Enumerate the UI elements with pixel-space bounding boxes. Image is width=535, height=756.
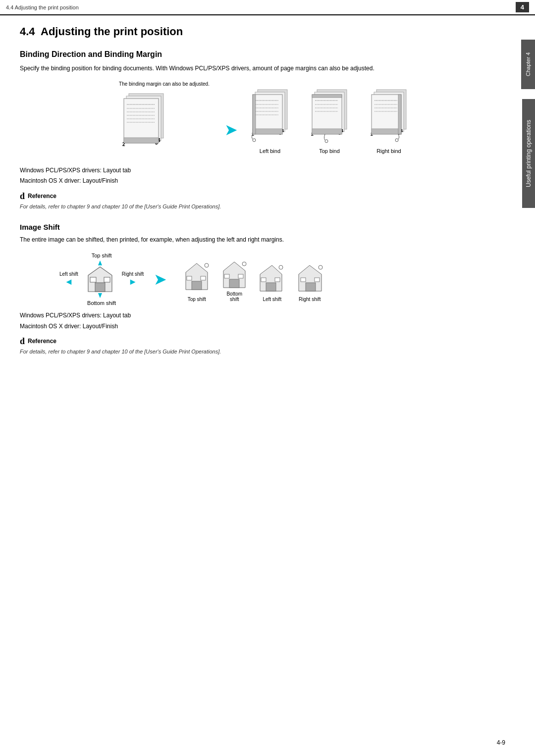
right-bind-svg: 4 3 2 — [367, 86, 411, 145]
right-shift-label-main: Right shift — [122, 271, 144, 277]
top-bar-section: 4.4 Adjusting the print position — [6, 4, 79, 10]
left-bind-label: Left bind — [260, 148, 280, 154]
bottom-shift-variant-label: Bottomshift — [226, 291, 242, 302]
right-bind-item: 4 3 2 Right bind — [367, 86, 411, 154]
page-number: 4-9 — [497, 739, 505, 746]
svg-rect-70 — [266, 283, 276, 291]
svg-rect-56 — [95, 283, 105, 292]
svg-rect-60 — [192, 281, 202, 290]
binding-driver-note1: Windows PCL/PS/XPS drivers: Layout tab — [20, 166, 505, 175]
svg-point-68 — [242, 262, 246, 266]
svg-marker-54 — [98, 293, 102, 298]
side-tab: Useful printing operations — [522, 99, 535, 208]
left-bind-stack-main: 4 3 2 — [114, 89, 173, 158]
top-shift-label: Top shift — [92, 252, 112, 258]
left-shift-item: Left shift — [257, 262, 287, 302]
section-title: 4.4 Adjusting the print position — [20, 25, 505, 40]
svg-rect-72 — [275, 278, 280, 282]
left-bind-svg: 4 3 2 — [248, 86, 292, 145]
binding-driver-note2: Macintosh OS X driver: Layout/Finish — [20, 176, 505, 186]
reference1-title: d Reference — [20, 191, 505, 202]
top-bind-item: 4 3 2 Top bind — [307, 86, 352, 154]
binding-diagram-area: The binding margin can also be adjusted. — [20, 81, 505, 158]
left-shift-variant-label: Left shift — [263, 297, 281, 302]
svg-rect-12 — [124, 138, 159, 143]
svg-rect-24 — [253, 129, 282, 134]
reference2-text: For details, refer to chapter 9 and chap… — [20, 348, 505, 356]
top-shift-variant-label: Top shift — [188, 297, 206, 302]
bind-variants: 4 3 2 Left bind — [248, 86, 411, 154]
svg-rect-37 — [312, 129, 342, 134]
left-bind-item: 4 3 2 Left bind — [248, 86, 292, 154]
reference1-text: For details, refer to chapter 9 and chap… — [20, 202, 505, 211]
bottom-shift-item: Bottomshift — [219, 257, 249, 302]
bottom-shift-label: Bottom shift — [87, 300, 116, 306]
reference2-title: d Reference — [20, 336, 505, 347]
binding-arrow: ➤ — [224, 120, 238, 139]
svg-rect-62 — [201, 276, 206, 280]
svg-point-63 — [205, 263, 209, 267]
reference2-box: d Reference For details, refer to chapte… — [20, 336, 505, 356]
svg-point-39 — [325, 140, 328, 143]
house-main-svg — [80, 259, 120, 299]
svg-point-26 — [253, 139, 256, 142]
right-bind-label: Right bind — [376, 148, 401, 154]
top-shift-house — [182, 262, 212, 295]
svg-marker-53 — [98, 260, 102, 265]
binding-title: Binding Direction and Binding Margin — [20, 50, 505, 59]
svg-point-52 — [395, 139, 398, 142]
shift-driver-note2: Macintosh OS X driver: Layout/Finish — [20, 322, 505, 331]
left-shift-house — [257, 262, 287, 295]
right-shift-house — [295, 262, 324, 295]
svg-point-73 — [279, 265, 283, 269]
svg-rect-61 — [187, 276, 192, 280]
image-shift-section: Image Shift The entire image can be shif… — [20, 223, 505, 356]
image-shift-title: Image Shift — [20, 223, 505, 231]
svg-rect-77 — [315, 278, 320, 282]
right-shift-item: Right shift — [295, 262, 324, 302]
image-shift-description: The entire image can be shifted, then pr… — [20, 235, 505, 245]
svg-rect-76 — [301, 278, 306, 282]
svg-rect-71 — [261, 278, 266, 282]
svg-rect-50 — [372, 129, 401, 134]
svg-point-78 — [319, 265, 322, 269]
svg-rect-65 — [229, 279, 239, 288]
right-shift-variant-label: Right shift — [299, 297, 321, 302]
svg-rect-51 — [398, 95, 401, 134]
shift-variants: Top shift Bottomshift — [182, 257, 324, 302]
reference1-box: d Reference For details, refer to chapte… — [20, 191, 505, 211]
svg-rect-58 — [104, 277, 110, 282]
left-shift-label: Left shift — [59, 271, 78, 277]
top-bind-svg: 4 3 2 — [307, 86, 352, 145]
svg-rect-38 — [312, 95, 342, 98]
top-shift-item: Top shift — [182, 262, 212, 302]
top-bar: 4.4 Adjusting the print position 4 — [0, 0, 535, 15]
svg-rect-66 — [224, 274, 229, 278]
top-bind-label: Top bind — [319, 148, 340, 154]
shift-arrow: ➤ — [154, 270, 167, 289]
top-bar-chapter: 4 — [516, 2, 529, 12]
shift-driver-note1: Windows PCL/PS/XPS drivers: Layout tab — [20, 311, 505, 320]
main-content: 4.4 Adjusting the print position Binding… — [0, 15, 535, 388]
svg-rect-67 — [238, 274, 243, 278]
bottom-shift-house — [219, 257, 249, 289]
svg-rect-57 — [90, 277, 96, 282]
binding-description: Specify the binding position for binding… — [20, 64, 505, 73]
svg-rect-25 — [253, 95, 256, 134]
chapter-tab: Chapter 4 — [521, 40, 535, 89]
binding-section: Binding Direction and Binding Margin Spe… — [20, 50, 505, 211]
svg-rect-2 — [124, 99, 159, 143]
svg-rect-75 — [306, 283, 316, 291]
